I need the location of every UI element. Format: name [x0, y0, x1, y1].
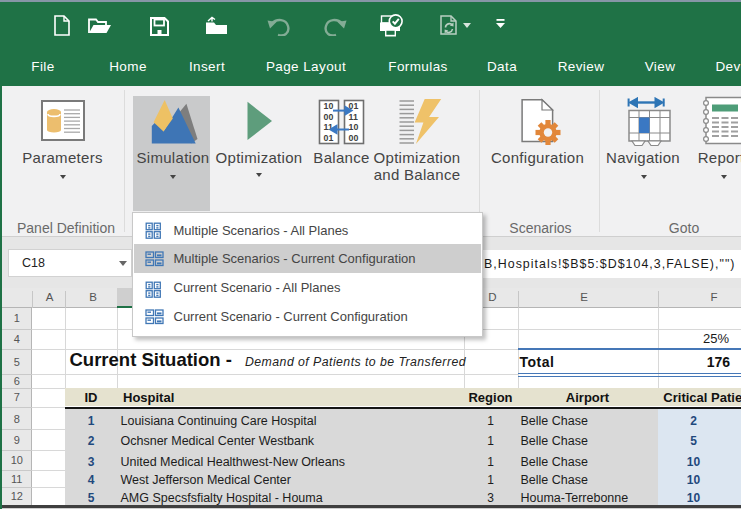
svg-text:10: 10 [324, 101, 334, 111]
svg-text:00: 00 [349, 133, 359, 143]
svg-text:10: 10 [349, 122, 359, 132]
svg-text:00: 00 [324, 112, 334, 122]
svg-text:01: 01 [324, 133, 334, 143]
svg-text:11: 11 [349, 112, 358, 122]
